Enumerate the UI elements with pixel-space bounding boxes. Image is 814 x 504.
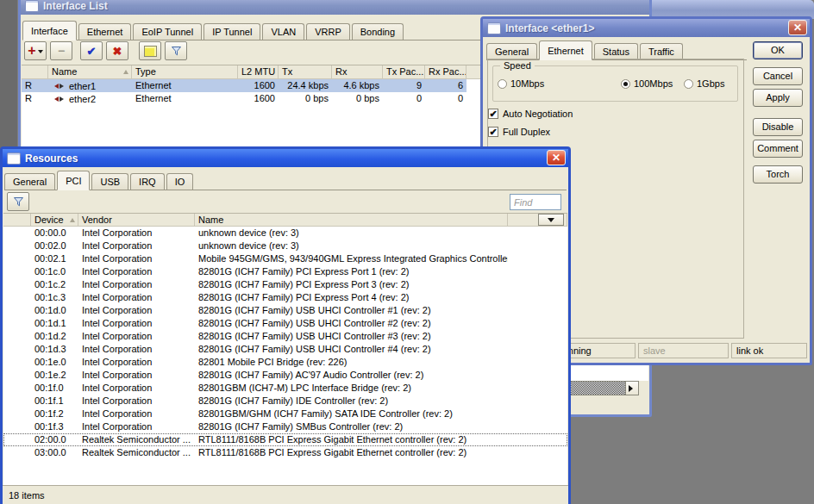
device-cell: 00:1e.0 [31,356,78,369]
resources-window: Resources GeneralPCIUSBIRQIO DeviceVendo… [0,146,571,504]
interface-name: ether2 [69,94,96,104]
ethernet-interface-icon [52,96,66,102]
vendor-cell: Intel Corporation [78,343,195,356]
pci-table-header[interactable]: DeviceVendorName [3,214,567,227]
ether1-tab-general[interactable]: General [486,43,537,59]
radio-icon [684,79,693,89]
vendor-cell: Intel Corporation [78,382,195,395]
column-header-rx: Rx [332,65,383,78]
pci-device-row-00-1f-0[interactable]: 00:1f.0Intel Corporation82801GBM (ICH7-M… [3,382,567,395]
ok-button[interactable]: OK [753,41,803,59]
interface-list-tab-interface[interactable]: Interface [22,21,77,40]
comment-button[interactable]: Comment [753,140,803,158]
resources-tab-general[interactable]: General [4,173,55,190]
tx-packets-cell: 9 [383,79,425,92]
pci-device-row-00-1c-3[interactable]: 00:1c.3Intel Corporation82801G (ICH7 Fam… [3,291,567,304]
interface-list-tab-vlan[interactable]: VLAN [262,23,304,40]
scroll-right-button[interactable] [625,381,639,395]
pci-device-row-00-1d-0[interactable]: 00:1d.0Intel Corporation82801G (ICH7 Fam… [3,304,567,317]
device-cell: 00:1d.1 [31,317,78,330]
speed-option-1gbps[interactable]: 1Gbps [684,78,724,90]
sort-ascending-icon [123,70,128,74]
filter-button[interactable] [165,41,187,60]
name-cell: 82801G (ICH7 Family) USB UHCI Controller… [195,304,508,317]
device-cell: 00:1c.2 [31,278,78,291]
interface-list-titlebar[interactable]: Interface List [21,0,649,15]
checkbox-auto-negotiation[interactable]: ✔Auto Negotiation [488,109,573,119]
cancel-button[interactable]: Cancel [753,67,803,85]
ether1-tab-status[interactable]: Status [594,43,638,59]
checkbox-full-duplex[interactable]: ✔Full Duplex [488,127,550,137]
pci-device-row-00-1c-0[interactable]: 00:1c.0Intel Corporation82801G (ICH7 Fam… [3,265,567,278]
resources-tab-io[interactable]: IO [166,173,194,190]
ether1-tab-ethernet[interactable]: Ethernet [539,40,592,60]
disable-button[interactable]: Disable [753,118,803,136]
find-input[interactable] [510,194,561,210]
speed-option-10mbps[interactable]: 10Mbps [498,78,544,90]
name-cell: RTL8111/8168B PCI Express Gigabit Ethern… [195,433,508,446]
tx-packets-cell: 0 [383,92,425,105]
name-cell: 82801GBM/GHM (ICH7 Family) SATA IDE Cont… [195,408,508,420]
window-icon [25,0,39,12]
pci-device-row-00-00-0[interactable]: 00:00.0Intel Corporationunknown device (… [3,227,567,240]
add-button[interactable]: + [24,41,47,60]
ether1-dialog-titlebar[interactable]: Interface <ether1> [483,19,810,37]
resources-titlebar[interactable]: Resources [3,149,568,167]
resources-tab-usb[interactable]: USB [91,173,128,190]
speed-option-100mbps[interactable]: 100Mbps [621,78,673,90]
remove-button[interactable]: − [50,41,72,60]
vendor-cell: Intel Corporation [78,395,195,408]
close-button[interactable] [788,20,807,35]
disable-button[interactable]: ✖ [106,41,128,60]
pci-device-row-00-1d-1[interactable]: 00:1d.1Intel Corporation82801G (ICH7 Fam… [3,317,567,330]
device-cell: 00:02.0 [31,240,78,252]
vendor-cell: Intel Corporation [78,278,195,291]
resources-tab-pci[interactable]: PCI [57,171,90,190]
name-cell: unknown device (rev: 3) [195,227,508,240]
type-cell: Ethernet [132,92,238,105]
ether1-tab-traffic[interactable]: Traffic [640,43,683,59]
tx-cell: 0 bps [279,92,332,105]
interface-list-tab-ethernet[interactable]: Ethernet [78,23,132,40]
pci-device-row-00-02-0[interactable]: 00:02.0Intel Corporationunknown device (… [3,240,567,252]
radio-icon [498,79,507,89]
pci-device-row-00-02-1[interactable]: 00:02.1Intel CorporationMobile 945GM/GMS… [3,252,567,265]
resources-tab-irq[interactable]: IRQ [130,173,165,190]
close-button[interactable] [547,150,566,165]
device-cell: 00:1d.2 [31,330,78,343]
interface-list-tab-vrrp[interactable]: VRRP [306,23,350,40]
resources-status-bar: 18 items [3,485,568,504]
pci-device-row-00-1e-0[interactable]: 00:1e.0Intel Corporation82801 Mobile PCI… [3,356,567,369]
window-icon [487,22,501,34]
pci-device-row-03-00-0[interactable]: 03:00.0Realtek Semiconductor ...RTL8111/… [3,446,567,459]
pci-device-row-00-1f-1[interactable]: 00:1f.1Intel Corporation82801G (ICH7 Fam… [3,395,567,408]
vendor-cell: Intel Corporation [78,240,195,252]
column-options-button[interactable] [538,214,564,226]
pci-device-row-00-1e-2[interactable]: 00:1e.2Intel Corporation82801G (ICH7 Fam… [3,369,567,382]
interface-list-tab-bonding[interactable]: Bonding [352,23,404,40]
pci-device-row-02-00-0[interactable]: 02:00.0Realtek Semiconductor ...RTL8111/… [3,433,567,446]
pci-device-row-00-1d-2[interactable]: 00:1d.2Intel Corporation82801G (ICH7 Fam… [3,330,567,343]
column-header-blank [3,214,31,226]
apply-button[interactable]: Apply [753,89,803,107]
interface-list-tab-eoip-tunnel[interactable]: EoIP Tunnel [133,23,202,40]
name-cell: 82801G (ICH7 Family) SMBus Controller (r… [195,420,508,433]
column-header-type: Type [132,65,238,78]
enable-button[interactable]: ✔ [80,41,103,60]
device-cell: 00:1f.0 [31,382,78,395]
pci-device-row-00-1f-3[interactable]: 00:1f.3Intel Corporation82801G (ICH7 Fam… [3,420,567,433]
interface-list-title: Interface List [43,0,108,12]
comment-button[interactable] [139,41,161,60]
name-cell: 82801G (ICH7 Family) PCI Express Port 3 … [195,278,508,291]
device-cell: 00:1c.0 [31,265,78,278]
radio-icon [621,79,630,89]
tx-cell: 24.4 kbps [279,79,332,92]
torch-button[interactable]: Torch [753,165,803,184]
filter-button[interactable] [7,192,29,211]
interface-list-tab-ip-tunnel[interactable]: IP Tunnel [204,23,260,40]
pci-table-rows: 00:00.0Intel Corporationunknown device (… [3,227,567,459]
pci-device-row-00-1f-2[interactable]: 00:1f.2Intel Corporation82801GBM/GHM (IC… [3,408,567,420]
pci-device-row-00-1c-2[interactable]: 00:1c.2Intel Corporation82801G (ICH7 Fam… [3,278,567,291]
name-cell: 82801G (ICH7 Family) USB UHCI Controller… [195,317,508,330]
pci-device-row-00-1d-3[interactable]: 00:1d.3Intel Corporation82801G (ICH7 Fam… [3,343,567,356]
